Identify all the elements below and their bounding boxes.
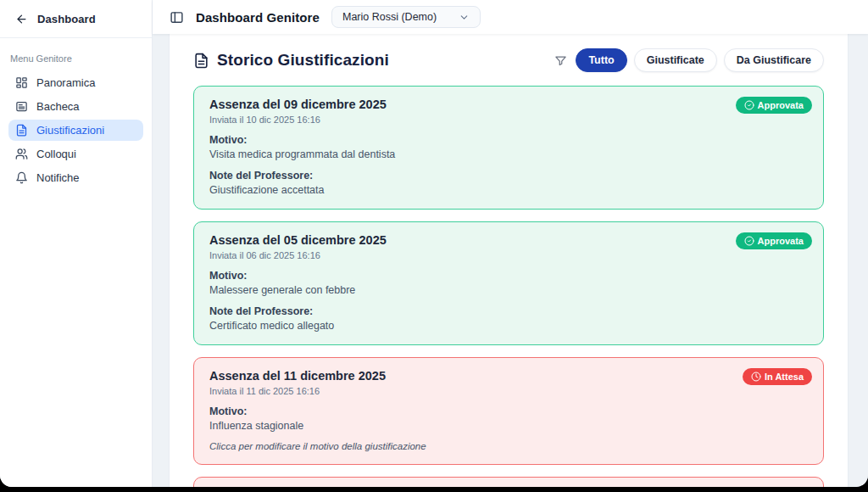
sidebar-section-label: Menu Genitore <box>10 53 142 64</box>
filter-da-giustificare-button[interactable]: Da Giustificare <box>724 48 824 72</box>
chevron-down-icon <box>459 12 470 23</box>
status-badge-label: Approvata <box>758 100 804 110</box>
card-title: Assenza del 09 dicembre 2025 <box>209 98 808 111</box>
sidebar-item-giustificazioni[interactable]: Giustificazioni <box>8 120 143 141</box>
card-sent-date: Inviata il 06 dic 2025 16:16 <box>209 250 808 260</box>
justification-card: Approvata Assenza del 09 dicembre 2025 I… <box>193 86 824 210</box>
status-badge: Approvata <box>736 97 812 114</box>
main-column: Dashboard Genitore Mario Rossi (Demo) St… <box>153 0 868 487</box>
sidebar-item-label: Panoramica <box>36 76 95 89</box>
edit-hint-text: Clicca per modificare il motivo della gi… <box>209 441 808 451</box>
student-selector[interactable]: Mario Rossi (Demo) <box>331 6 481 28</box>
status-badge-label: In Attesa <box>765 372 804 382</box>
motivo-text: Malessere generale con febbre <box>209 284 808 296</box>
file-text-icon <box>193 53 209 69</box>
sidebar-item-bacheca[interactable]: Bacheca <box>8 96 143 117</box>
note-label: Note del Professore: <box>209 305 808 317</box>
filter-bar: Tutto Giustificate Da Giustificare <box>554 48 824 72</box>
status-badge: In Attesa <box>743 368 812 385</box>
motivo-text: Influenza stagionale <box>209 420 808 432</box>
motivo-label: Motivo: <box>209 134 808 146</box>
app-window: Dashboard Menu Genitore Panoramica Bache… <box>0 0 868 487</box>
file-text-icon <box>15 124 28 137</box>
check-circle-icon <box>744 100 754 110</box>
card-title: Assenza del 11 dicembre 2025 <box>209 369 808 383</box>
note-text: Giustificazione accettata <box>209 184 808 196</box>
sidebar-item-label: Colloqui <box>36 148 76 160</box>
content-area: Storico Giustificazioni Tutto Giustifica… <box>153 34 868 487</box>
check-circle-icon <box>744 236 754 246</box>
filter-tutto-button[interactable]: Tutto <box>576 48 626 72</box>
topbar-title: Dashboard Genitore <box>196 10 320 25</box>
users-icon <box>15 148 28 160</box>
sidebar-item-panoramica[interactable]: Panoramica <box>8 72 143 93</box>
back-to-dashboard-button[interactable]: Dashboard <box>0 0 152 38</box>
sidebar-item-colloqui[interactable]: Colloqui <box>8 143 143 165</box>
motivo-label: Motivo: <box>209 270 808 282</box>
status-badge-label: Approvata <box>758 236 804 246</box>
bell-icon <box>15 171 28 184</box>
newspaper-icon <box>15 100 28 113</box>
sidebar: Dashboard Menu Genitore Panoramica Bache… <box>0 0 153 487</box>
justification-card[interactable]: In Attesa Assenza del 12 dicembre 2025 I… <box>193 477 824 487</box>
sidebar-nav: Menu Genitore Panoramica Bacheca Giustif… <box>0 38 152 201</box>
card-sent-date: Inviata il 10 dic 2025 16:16 <box>209 115 808 125</box>
sidebar-item-label: Giustificazioni <box>36 124 104 137</box>
topbar: Dashboard Genitore Mario Rossi (Demo) <box>153 0 868 34</box>
filter-icon <box>554 54 567 67</box>
sidebar-item-label: Bacheca <box>36 100 80 113</box>
motivo-text: Visita medica programmata dal dentista <box>209 148 808 160</box>
sidebar-item-notifiche[interactable]: Notifiche <box>8 167 143 188</box>
back-label: Dashboard <box>37 13 96 25</box>
note-text: Certificato medico allegato <box>209 320 808 332</box>
card-title: Assenza del 05 dicembre 2025 <box>209 233 808 247</box>
filter-giustificate-button[interactable]: Giustificate <box>634 48 717 72</box>
giustificazioni-panel: Storico Giustificazioni Tutto Giustifica… <box>170 34 848 487</box>
sidebar-toggle-icon[interactable] <box>170 10 184 25</box>
panel-header: Storico Giustificazioni Tutto Giustifica… <box>193 48 824 72</box>
page-title: Storico Giustificazioni <box>217 51 389 70</box>
note-label: Note del Professore: <box>209 170 808 182</box>
justification-card: Approvata Assenza del 05 dicembre 2025 I… <box>193 221 824 345</box>
justification-card[interactable]: In Attesa Assenza del 11 dicembre 2025 I… <box>193 357 824 465</box>
layout-grid-icon <box>15 76 28 89</box>
panel-title-box: Storico Giustificazioni <box>193 51 389 70</box>
status-badge: Approvata <box>736 232 812 249</box>
arrow-left-icon <box>15 13 28 25</box>
motivo-label: Motivo: <box>209 405 808 417</box>
card-sent-date: Inviata il 11 dic 2025 16:16 <box>209 386 808 396</box>
sidebar-item-label: Notifiche <box>36 171 80 184</box>
student-selector-value: Mario Rossi (Demo) <box>342 11 437 23</box>
clock-icon <box>751 372 761 382</box>
